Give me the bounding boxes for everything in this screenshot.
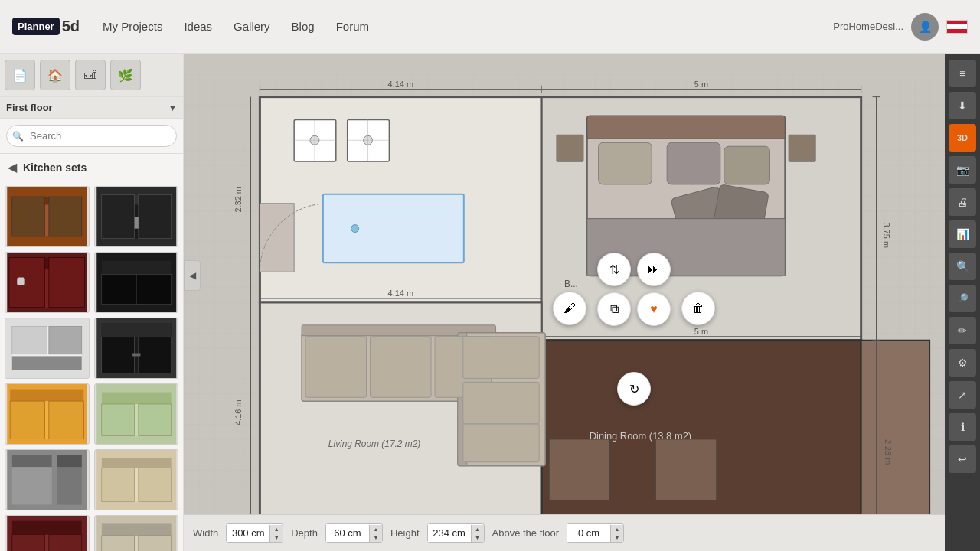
plants-icon[interactable]: 🌿 — [110, 60, 141, 90]
width-up-button[interactable]: ▲ — [270, 525, 283, 533]
height-input[interactable] — [428, 524, 471, 542]
list-item[interactable] — [5, 515, 90, 551]
width-label: Width — [193, 527, 218, 539]
kitchen-thumb-6 — [95, 318, 178, 378]
list-item[interactable] — [5, 252, 90, 313]
nav-right: ProHomeDesi... 👤 — [833, 13, 968, 41]
svg-rect-8 — [101, 194, 134, 238]
copy-button[interactable]: ⧉ — [597, 292, 631, 326]
search-input[interactable] — [6, 125, 177, 147]
settings-button[interactable]: ⚙ — [949, 349, 976, 377]
back-arrow-icon[interactable]: ◀ — [8, 160, 17, 174]
height-up-button[interactable]: ▲ — [472, 525, 484, 533]
language-flag[interactable] — [946, 20, 968, 34]
above-floor-input[interactable] — [567, 524, 610, 542]
context-menu: ⇅ ⏭ ⧉ ♥ 🖌 🗑 ↻ — [597, 253, 671, 413]
list-item[interactable] — [5, 383, 90, 445]
list-item[interactable] — [5, 449, 90, 510]
svg-text:B...: B... — [564, 279, 578, 289]
svg-rect-15 — [49, 258, 85, 308]
list-item[interactable] — [94, 383, 179, 445]
svg-rect-99 — [260, 204, 294, 272]
svg-rect-42 — [138, 404, 171, 436]
info-button[interactable]: ℹ — [949, 413, 976, 441]
delete-button[interactable]: 🗑 — [681, 292, 715, 325]
depth-input[interactable] — [326, 524, 369, 542]
svg-text:2.28 m: 2.28 m — [884, 439, 893, 465]
chart-button[interactable]: 📊 — [949, 220, 976, 248]
svg-rect-10 — [134, 217, 138, 229]
logo[interactable]: Planner 5d — [12, 18, 80, 35]
svg-rect-45 — [12, 455, 52, 468]
nav-my-projects[interactable]: My Projects — [103, 20, 162, 33]
print-button[interactable]: 🖨 — [949, 188, 976, 216]
paint-button[interactable]: 🖌 — [553, 292, 586, 325]
height-down-button[interactable]: ▼ — [472, 533, 484, 542]
left-sidebar: 📄 🏠 🛋 🌿 First floor ▼ ◀ Kitchen sets — [0, 54, 184, 551]
list-item[interactable] — [94, 186, 179, 247]
search-bar — [0, 119, 183, 154]
above-floor-stepper: ▲ ▼ — [610, 525, 623, 542]
depth-up-button[interactable]: ▲ — [370, 525, 382, 533]
nav-blog[interactable]: Blog — [292, 20, 315, 33]
list-item[interactable] — [5, 186, 90, 247]
share-button[interactable]: ↗ — [949, 381, 976, 409]
above-floor-up-button[interactable]: ▲ — [611, 525, 623, 533]
svg-rect-122 — [463, 424, 539, 462]
above-floor-down-button[interactable]: ▼ — [611, 533, 623, 542]
kitchen-thumb-10 — [95, 450, 178, 510]
3d-view-button[interactable]: 3D — [949, 124, 976, 152]
camera-button[interactable]: 📷 — [949, 156, 976, 184]
list-item[interactable] — [94, 515, 179, 551]
svg-rect-110 — [557, 135, 583, 161]
svg-rect-3 — [12, 197, 45, 236]
kitchen-thumb-8 — [95, 384, 178, 444]
svg-rect-25 — [12, 326, 47, 354]
list-item[interactable] — [5, 318, 90, 379]
list-item[interactable] — [94, 318, 179, 379]
avatar[interactable]: 👤 — [911, 13, 939, 41]
furniture-icon[interactable]: 🛋 — [75, 60, 106, 90]
kitchen-thumb-9 — [5, 450, 89, 510]
user-name[interactable]: ProHomeDesi... — [833, 21, 903, 32]
collapse-sidebar-button[interactable]: ◀ — [184, 260, 201, 291]
nav-forum[interactable]: Forum — [336, 20, 369, 33]
undo-button[interactable]: ↩ — [949, 445, 976, 473]
width-down-button[interactable]: ▼ — [270, 533, 283, 542]
svg-point-101 — [351, 225, 359, 233]
above-floor-input-group: ▲ ▼ — [567, 523, 624, 543]
svg-rect-111 — [789, 135, 815, 161]
svg-rect-121 — [463, 382, 539, 424]
list-item[interactable] — [94, 252, 179, 313]
floor-plan-canvas[interactable]: 4.14 m 5 m 3.75 m 5 m 4.14 m 2.32 m 4.16… — [184, 54, 945, 551]
width-input[interactable] — [227, 524, 270, 542]
zoom-in-button[interactable]: 🔍 — [949, 253, 976, 280]
svg-rect-51 — [101, 468, 134, 501]
zoom-out-button[interactable]: 🔎 — [949, 285, 976, 312]
flip-horizontal-button[interactable]: ⇅ — [597, 253, 631, 286]
depth-down-button[interactable]: ▼ — [370, 533, 382, 542]
list-item[interactable] — [94, 449, 179, 510]
nav-ideas[interactable]: Ideas — [184, 20, 212, 33]
category-header: ◀ Kitchen sets — [0, 154, 183, 181]
svg-rect-69 — [861, 341, 929, 523]
nav-gallery[interactable]: Gallery — [234, 20, 270, 33]
new-file-icon[interactable]: 📄 — [5, 60, 35, 90]
to-center-button[interactable]: ⏭ — [637, 253, 671, 286]
kitchen-thumb-1 — [5, 187, 89, 246]
height-stepper: ▲ ▼ — [471, 525, 484, 542]
layers-button[interactable]: ≡ — [949, 60, 976, 87]
home-icon[interactable]: 🏠 — [40, 60, 70, 90]
svg-rect-105 — [667, 142, 720, 184]
bottom-toolbar: Width ▲ ▼ Depth ▲ ▼ Height ▲ — [184, 514, 945, 551]
svg-rect-126 — [655, 439, 717, 500]
svg-rect-62 — [138, 536, 171, 551]
svg-rect-29 — [101, 324, 171, 337]
edit-button[interactable]: ✏ — [949, 317, 976, 344]
floor-dropdown-arrow[interactable]: ▼ — [168, 103, 177, 112]
right-sidebar: ≡ ⬇ 3D 📷 🖨 📊 🔍 🔎 ✏ ⚙ ↗ ℹ ↩ — [945, 54, 980, 551]
favorite-button[interactable]: ♥ — [637, 292, 671, 326]
tool-icons-bar: 📄 🏠 🛋 🌿 — [0, 54, 183, 97]
rotate-button[interactable]: ↻ — [617, 372, 651, 406]
download-button[interactable]: ⬇ — [949, 92, 976, 119]
